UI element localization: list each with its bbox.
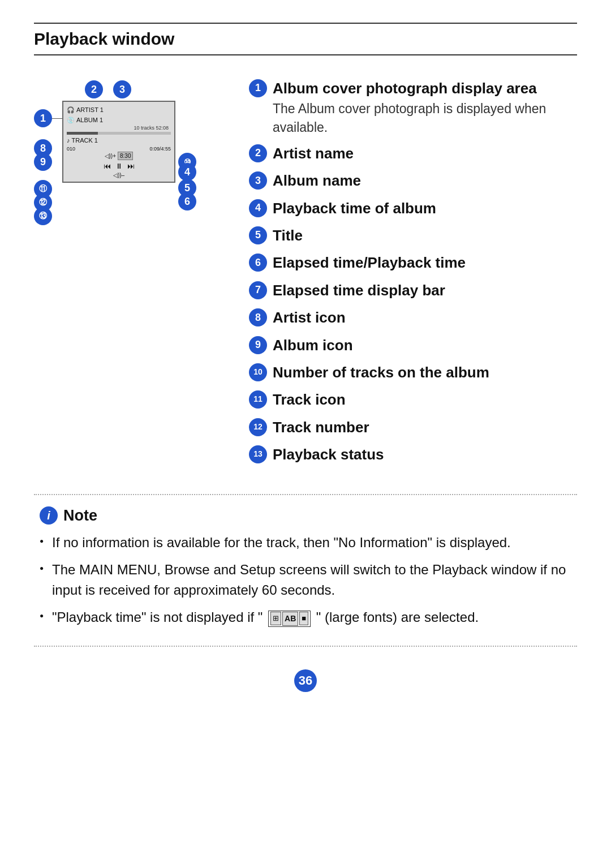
desc-item-5: 5 Title [249, 225, 577, 246]
desc-label-6: Elapsed time/Playback time [273, 252, 466, 273]
desc-item-13: 13 Playback status [249, 444, 577, 465]
note-item-3: "Playback time" is not displayed if " ⊞ … [40, 607, 571, 628]
track-icon-symbol: ♪ [67, 136, 70, 146]
icon-cell-2: AB [282, 612, 298, 626]
badge-6-callout: 6 [178, 192, 196, 210]
badge-13: ⑬ [34, 207, 52, 225]
volume-plus-row: ◁))+ 8:30 [67, 152, 171, 160]
desc-label-2: Artist name [273, 143, 354, 164]
device-diagram: 2 3 1 🎧 ARTIST 1 [34, 78, 204, 276]
album-label: ALBUM 1 [76, 115, 103, 126]
desc-badge-9: 9 [249, 336, 267, 354]
desc-badge-12: 12 [249, 418, 267, 436]
desc-item-6: 6 Elapsed time/Playback time [249, 252, 577, 273]
desc-label-13: Playback status [273, 444, 384, 465]
artist-label: ARTIST 1 [76, 105, 104, 115]
note-section: i Note If no information is available fo… [34, 494, 577, 647]
desc-label-3: Album name [273, 170, 361, 191]
volume-plus-label: ◁))+ [105, 153, 117, 159]
time-rect: 8:30 [118, 152, 133, 160]
page-number-badge: 36 [294, 669, 317, 692]
descriptions-panel: 1 Album cover photograph display area Th… [249, 72, 577, 471]
desc-badge-11: 11 [249, 390, 267, 409]
desc-label-7: Elapsed time display bar [273, 280, 445, 300]
desc-label-12: Track number [273, 417, 369, 437]
progress-fill [67, 132, 98, 135]
desc-label-8: Artist icon [273, 307, 346, 328]
desc-label-4: Playback time of album [273, 198, 436, 218]
icon-cell-1: ⊞ [270, 612, 281, 625]
desc-item-7: 7 Elapsed time display bar [249, 280, 577, 300]
desc-item-1: 1 Album cover photograph display area Th… [249, 78, 577, 136]
desc-item-11: 11 Track icon [249, 389, 577, 410]
artist-row: 🎧 ARTIST 1 [67, 105, 171, 115]
desc-label-11: Track icon [273, 389, 346, 410]
note-item-1: If no information is available for the t… [40, 532, 571, 553]
desc-item-9: 9 Album icon [249, 335, 577, 355]
time-display: 0:09/4:55 [149, 146, 171, 152]
desc-item-4: 4 Playback time of album [249, 198, 577, 218]
note-item-2: The MAIN MENU, Browse and Setup screens … [40, 560, 571, 600]
badge-9: 9 [34, 153, 52, 171]
desc-badge-10: 10 [249, 363, 267, 381]
tracks-info: 10 tracks 52:08 [67, 125, 171, 131]
track-number-display: 010 [67, 146, 75, 152]
desc-sub-1: The Album cover photograph is displayed … [273, 100, 577, 136]
desc-badge-5: 5 [249, 226, 267, 244]
desc-badge-6: 6 [249, 253, 267, 272]
note-header: i Note [40, 506, 571, 525]
track-row: ♪ TRACK 1 [67, 136, 171, 146]
album-icon-symbol: 💿 [67, 115, 75, 126]
desc-item-2: 2 Artist name [249, 143, 577, 164]
progress-bar [67, 132, 171, 135]
desc-badge-1: 1 [249, 79, 267, 97]
badge-2-callout: 2 [85, 80, 103, 98]
time-line: 010 0:09/4:55 [67, 146, 171, 152]
desc-badge-3: 3 [249, 171, 267, 190]
desc-badge-8: 8 [249, 308, 267, 326]
section-title: Playback window [34, 23, 577, 55]
desc-badge-4: 4 [249, 199, 267, 217]
diagram-area: 2 3 1 🎧 ARTIST 1 [34, 72, 226, 471]
next-button[interactable]: ⏭ [127, 162, 135, 170]
badge-13-callout: ⑬ [34, 207, 52, 225]
badge-2: 2 [85, 80, 103, 98]
desc-item-8: 8 Artist icon [249, 307, 577, 328]
desc-label-10: Number of tracks on the album [273, 362, 489, 383]
desc-label-5: Title [273, 225, 303, 246]
badge-3: 3 [113, 80, 131, 98]
badge-6: 6 [178, 192, 196, 210]
icon-cell-3: ■ [299, 612, 308, 625]
desc-badge-2: 2 [249, 144, 267, 162]
desc-label-9: Album icon [273, 335, 353, 355]
note-list: If no information is available for the t… [40, 532, 571, 628]
badge-3-callout: 3 [113, 80, 131, 98]
desc-badge-7: 7 [249, 281, 267, 299]
note-icon: i [40, 506, 58, 525]
desc-label-1: Album cover photograph display area [273, 78, 577, 98]
desc-item-3: 3 Album name [249, 170, 577, 191]
desc-item-12: 12 Track number [249, 417, 577, 437]
controls-row: ⏮ ⏸ ⏭ [67, 160, 171, 172]
volume-minus-label: ◁))– [113, 172, 124, 178]
inline-font-icons: ⊞ AB ■ [268, 611, 311, 627]
track-label: TRACK 1 [72, 136, 98, 146]
badge-9-callout: 9 [34, 153, 52, 171]
artist-icon-symbol: 🎧 [67, 105, 75, 115]
desc-item-10: 10 Number of tracks on the album [249, 362, 577, 383]
note-title: Note [63, 507, 97, 525]
desc-badge-13: 13 [249, 445, 267, 463]
badge-1: 1 [34, 109, 52, 127]
album-row: 💿 ALBUM 1 [67, 115, 171, 126]
device-screen-box: 🎧 ARTIST 1 💿 ALBUM 1 10 tracks 52:08 [62, 101, 175, 183]
play-pause-button[interactable]: ⏸ [115, 162, 123, 170]
prev-button[interactable]: ⏮ [104, 162, 111, 170]
page-number-area: 36 [34, 669, 577, 692]
volume-minus-row: ◁))– [67, 172, 171, 178]
